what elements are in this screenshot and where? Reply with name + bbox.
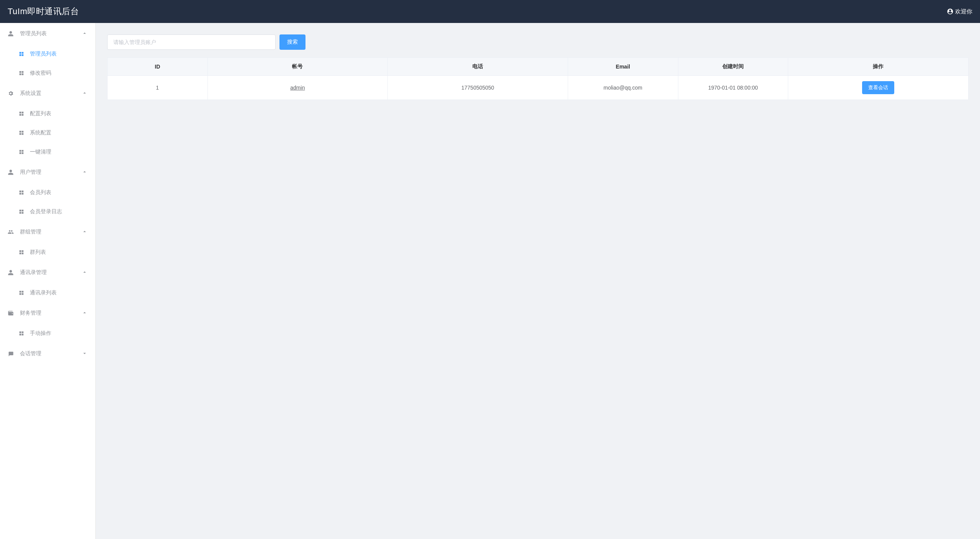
cell-account: admin [207, 76, 388, 100]
col-account: 帐号 [207, 58, 388, 76]
cell-email: moliao@qq.com [568, 76, 678, 100]
search-button[interactable]: 搜索 [279, 34, 305, 50]
cell-id: 1 [108, 76, 208, 100]
col-email: Email [568, 58, 678, 76]
menu-group-header[interactable]: 系统设置 [0, 83, 95, 104]
chevron-up-icon [82, 90, 88, 97]
admin-table: ID 帐号 电话 Email 创建时间 操作 1admin17750505050… [107, 57, 969, 100]
col-phone: 电话 [388, 58, 568, 76]
grid-icon [18, 51, 26, 57]
app-title: TuIm即时通讯后台 [8, 6, 79, 17]
welcome-text: 欢迎你 [955, 8, 972, 15]
cell-created: 1970-01-01 08:00:00 [678, 76, 788, 100]
col-action: 操作 [788, 58, 969, 76]
chevron-up-icon [82, 30, 88, 38]
sidebar-item-label: 修改密码 [30, 70, 51, 77]
menu-group-icon [8, 90, 17, 96]
cell-phone: 17750505050 [388, 76, 568, 100]
menu-group-icon [8, 31, 17, 37]
grid-icon [18, 70, 26, 76]
table-row: 1admin17750505050moliao@qq.com1970-01-01… [108, 76, 969, 100]
col-created: 创建时间 [678, 58, 788, 76]
sidebar-item[interactable]: 修改密码 [0, 64, 95, 83]
search-input[interactable] [107, 34, 276, 50]
sidebar-item[interactable]: 配置列表 [0, 104, 95, 111]
view-session-button[interactable]: 查看会话 [862, 81, 894, 94]
cell-action: 查看会话 [788, 76, 969, 100]
header-user-area[interactable]: 欢迎你 [947, 8, 972, 15]
sidebar-item-label: 管理员列表 [30, 51, 57, 57]
menu-group-header[interactable]: 管理员列表 [0, 23, 95, 44]
user-circle-icon [947, 8, 954, 15]
col-id: ID [108, 58, 208, 76]
sidebar-item[interactable]: 管理员列表 [0, 44, 95, 64]
sidebar: 管理员列表管理员列表修改密码系统设置配置列表系统配置一键清理用户管理会员列表会员… [0, 23, 96, 111]
search-bar: 搜索 [107, 34, 969, 50]
account-link[interactable]: admin [290, 85, 305, 91]
menu-group-label: 管理员列表 [20, 30, 47, 37]
app-header: TuIm即时通讯后台 欢迎你 [0, 0, 980, 23]
menu-group-label: 系统设置 [20, 90, 41, 97]
grid-icon [18, 111, 26, 111]
sidebar-item-label: 配置列表 [30, 110, 51, 111]
main-content: 搜索 ID 帐号 电话 Email 创建时间 操作 1admin17750505… [96, 23, 980, 111]
